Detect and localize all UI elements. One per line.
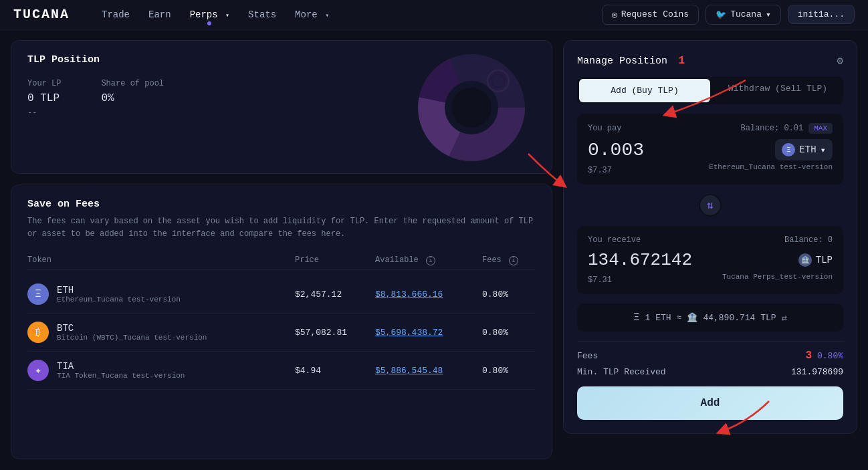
request-icon: ◎ (612, 9, 617, 20)
tucana-button[interactable]: 🐦 Tucana ▾ (706, 5, 781, 25)
rate-row: Ξ 1 ETH ≈ 🏦 44,890.714 TLP ⇄ (577, 304, 843, 332)
col-fees: Fees i (482, 255, 536, 265)
rate-text2: 44,890.714 TLP (703, 313, 776, 323)
rate-swap-icon[interactable]: ⇄ (782, 312, 787, 324)
fees-section-label: Fees (577, 351, 598, 361)
main-content: TLP Position Your LP 0 TLP -- Share of p… (0, 29, 868, 470)
eth-symbol: ETH (57, 285, 181, 296)
save-fees-description: The fees can vary based on the asset you… (27, 215, 536, 241)
manage-card: Manage Position 1 ⚙ Add (Buy TLP) Withdr… (563, 40, 857, 434)
tab-withdraw[interactable]: Withdraw (Sell TLP) (712, 77, 843, 104)
receive-balance: Balance: 0 (784, 235, 833, 245)
add-button[interactable]: Add (577, 386, 843, 420)
table-row: ✦ TIA TIA Token_Tucana test-version $4.9… (27, 352, 536, 390)
col-price: Price (295, 255, 375, 265)
save-fees-title: Save on Fees (27, 199, 536, 210)
token-table-header: Token Price Available i Fees i (27, 251, 536, 270)
navbar: TUCANA Trade Earn Perps ▾ Stats More ▾ ◎… (0, 0, 868, 29)
wallet-button[interactable]: init1a... (788, 5, 855, 24)
manage-title: Manage Position (577, 55, 667, 67)
pay-usd: $7.37 (588, 166, 612, 175)
tlp-position-card: TLP Position Your LP 0 TLP -- Share of p… (11, 40, 552, 174)
fees-row: Fees 3 0.80% (577, 350, 843, 362)
tlp-rate-icon: 🏦 (687, 312, 697, 323)
table-row: Ξ ETH Ethereum_Tucana test-version $2,45… (27, 275, 536, 314)
receive-network: Tucana Perps_test-version (722, 273, 833, 285)
btc-fees: 0.80% (482, 328, 536, 338)
pay-box-header: You pay Balance: 0.01 MAX (588, 123, 833, 134)
swap-center: ⇅ (577, 194, 843, 217)
tia-symbol: TIA (57, 361, 185, 372)
manage-header: Manage Position 1 ⚙ (577, 54, 843, 68)
tia-available[interactable]: $5,886,545.48 (375, 366, 482, 376)
nav-earn[interactable]: Earn (148, 7, 171, 23)
fees-section-value: 0.80% (817, 351, 843, 361)
btc-name: Bitcoin (WBTC)_Tucana test-version (57, 334, 207, 342)
pay-token-label: ETH (799, 144, 816, 155)
nav-stats[interactable]: Stats (248, 7, 276, 23)
balance-info: Balance: 0.01 MAX (741, 123, 833, 134)
fees-card: Save on Fees The fees can vary based on … (11, 185, 552, 459)
swap-button[interactable]: ⇅ (699, 194, 722, 217)
min-tlp-row: Min. TLP Received 131.978699 (577, 367, 843, 377)
eth-token-selector[interactable]: Ξ ETH ▾ (775, 139, 833, 160)
btc-icon: ₿ (27, 322, 49, 343)
logo: TUCANA (13, 7, 70, 22)
available-info-icon[interactable]: i (426, 256, 435, 265)
balance-label: Balance: 0.01 (741, 124, 804, 133)
nav-links: Trade Earn Perps ▾ Stats More ▾ (102, 7, 580, 23)
pay-token-arrow: ▾ (821, 144, 826, 156)
manage-title-group: Manage Position 1 (577, 55, 685, 67)
receive-row: 134.672142 🏦 TLP (588, 250, 833, 270)
eth-price: $2,457.12 (295, 289, 375, 300)
tia-token-info: ✦ TIA TIA Token_Tucana test-version (27, 360, 295, 381)
tia-price: $4.94 (295, 366, 375, 376)
pay-network: Ethereum_Tucana test-version (709, 163, 833, 175)
pie-chart-decor (418, 54, 525, 161)
token-table: Token Price Available i Fees i Ξ (27, 251, 536, 390)
you-receive-box: You receive Balance: 0 134.672142 🏦 TLP … (577, 226, 843, 294)
btc-symbol: BTC (57, 323, 207, 334)
rate-approx: ≈ (677, 313, 682, 323)
pay-amount-input[interactable] (588, 140, 681, 160)
more-arrow-icon: ▾ (325, 12, 329, 19)
col-available: Available i (375, 255, 482, 265)
nav-right: ◎ Request Coins 🐦 Tucana ▾ init1a... (602, 5, 855, 25)
eth-icon: Ξ (27, 283, 49, 305)
you-pay-box: You pay Balance: 0.01 MAX Ξ ETH ▾ (577, 114, 843, 185)
you-receive-label: You receive (588, 235, 641, 245)
settings-icon[interactable]: ⚙ (837, 54, 843, 68)
eth-token-names: ETH Ethereum_Tucana test-version (57, 285, 181, 304)
rate-text1: 1 ETH (645, 313, 671, 323)
receive-usd: $7.31 (588, 275, 612, 285)
tia-fees: 0.80% (482, 366, 536, 376)
fees-section: Fees 3 0.80% Min. TLP Received 131.97869… (577, 341, 843, 377)
eth-available[interactable]: $8,813,666.16 (375, 289, 482, 300)
tia-name: TIA Token_Tucana test-version (57, 372, 185, 380)
eth-token-info: Ξ ETH Ethereum_Tucana test-version (27, 283, 295, 305)
nav-more[interactable]: More ▾ (295, 7, 329, 23)
receive-header: You receive Balance: 0 (588, 235, 833, 245)
left-panel: TLP Position Your LP 0 TLP -- Share of p… (11, 40, 552, 459)
receive-token-label: TLP (816, 255, 833, 265)
your-lp-sub: -- (27, 108, 61, 118)
max-button[interactable]: MAX (808, 123, 833, 134)
tia-icon: ✦ (27, 360, 49, 381)
tab-add[interactable]: Add (Buy TLP) (579, 79, 710, 102)
btc-available[interactable]: $5,698,438.72 (375, 328, 482, 338)
eth-selector-icon: Ξ (782, 143, 795, 156)
step1-badge: 1 (678, 55, 685, 67)
fees-info-icon[interactable]: i (509, 256, 518, 265)
btc-token-info: ₿ BTC Bitcoin (WBTC)_Tucana test-version (27, 322, 295, 343)
nav-trade[interactable]: Trade (102, 7, 130, 23)
min-tlp-value: 131.978699 (791, 367, 843, 377)
request-coins-button[interactable]: ◎ Request Coins (602, 5, 699, 25)
share-pool-value: 0% (101, 92, 164, 104)
table-row: ₿ BTC Bitcoin (WBTC)_Tucana test-version… (27, 314, 536, 352)
manage-tabs: Add (Buy TLP) Withdraw (Sell TLP) (577, 77, 843, 104)
pay-row: Ξ ETH ▾ (588, 139, 833, 160)
btc-token-names: BTC Bitcoin (WBTC)_Tucana test-version (57, 323, 207, 342)
share-pool-label: Share of pool (101, 79, 164, 88)
eth-fees: 0.80% (482, 289, 536, 300)
nav-perps[interactable]: Perps ▾ (190, 7, 229, 23)
